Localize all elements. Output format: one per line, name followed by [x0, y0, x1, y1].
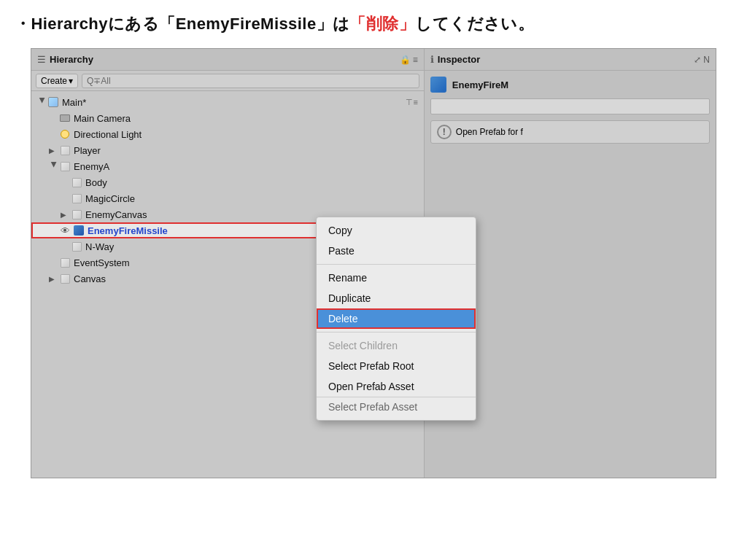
inspector-field-1	[430, 98, 710, 114]
eye-icon: 👁	[61, 225, 70, 236]
canvas-label: Canvas	[74, 273, 106, 284]
main-menu-icon: ⊤≡	[406, 98, 417, 107]
hierarchy-panel-icons: 🔒 ≡	[400, 55, 418, 65]
arrow-canvas: ▶	[49, 275, 59, 283]
body-icon	[71, 176, 82, 188]
hierarchy-title: Hierarchy	[50, 54, 93, 65]
arrow-enemy-canvas: ▶	[61, 211, 71, 219]
tree-item-enemyA[interactable]: ▶ EnemyA	[31, 158, 424, 174]
player-icon	[59, 144, 71, 156]
tree-item-player[interactable]: ▶ Player	[31, 142, 424, 158]
directional-light-label: Directional Light	[74, 129, 142, 140]
create-label: Create	[41, 76, 67, 86]
inspector-title-row: ℹ Inspector	[430, 54, 481, 65]
tree-item-directional-light[interactable]: Directional Light	[31, 126, 424, 142]
context-menu-copy[interactable]: Copy	[317, 220, 476, 241]
context-menu-delete[interactable]: Delete	[317, 308, 476, 329]
menu-icon: ≡	[413, 55, 418, 65]
context-menu-paste[interactable]: Paste	[317, 241, 476, 261]
magic-circle-icon	[71, 192, 82, 204]
lock-icon: 🔒	[400, 55, 411, 65]
scene-icon	[47, 96, 59, 108]
create-button[interactable]: Create ▾	[36, 74, 78, 88]
arrow-player: ▶	[49, 147, 59, 155]
context-menu: Copy Paste Rename Duplicate Delete Selec…	[316, 217, 476, 421]
enemyA-icon	[59, 160, 71, 172]
create-dropdown-icon: ▾	[69, 76, 73, 86]
enemy-canvas-label: EnemyCanvas	[85, 209, 147, 220]
light-icon	[59, 128, 71, 140]
enemy-canvas-icon	[71, 209, 82, 220]
context-menu-rename[interactable]: Rename	[317, 268, 476, 288]
inspector-content: EnemyFireM ! Open Prefab for f	[425, 71, 716, 149]
inspector-header: ℹ Inspector ⤢ N	[425, 49, 716, 71]
inspector-object-icon	[430, 77, 446, 93]
enemy-fire-missile-label: EnemyFireMissile	[88, 225, 168, 236]
tree-item-magic-circle[interactable]: MagicCircle	[31, 190, 424, 206]
warning-icon: !	[437, 125, 452, 139]
open-prefab-label: Open Prefab for f	[456, 127, 523, 137]
inspector-menu-icon: N	[703, 55, 710, 65]
page-container: ・Hierarchyにある「EnemyFireMissile」は「削除」してくだ…	[0, 0, 747, 560]
body-label: Body	[85, 177, 107, 188]
search-placeholder: Q∓All	[87, 76, 111, 86]
camera-icon	[59, 112, 71, 124]
context-menu-open-prefab-asset[interactable]: Open Prefab Asset	[317, 376, 476, 397]
tree-item-main-camera[interactable]: Main Camera	[31, 110, 424, 126]
instruction-suffix: してください。	[415, 15, 534, 33]
context-menu-select-children: Select Children	[317, 335, 476, 356]
inspector-object-row: EnemyFireM	[430, 77, 710, 93]
hierarchy-list-icon: ☰	[37, 54, 46, 65]
screenshot-wrapper: ☰ Hierarchy 🔒 ≡ Create ▾ Q∓All	[31, 48, 716, 478]
hierarchy-toolbar: Create ▾ Q∓All	[31, 71, 424, 91]
event-system-icon	[59, 257, 71, 268]
enemyA-label: EnemyA	[74, 161, 109, 172]
context-menu-select-prefab-root[interactable]: Select Prefab Root	[317, 356, 476, 376]
inspector-list-icon: ℹ	[430, 54, 434, 65]
instruction-prefix: ・Hierarchyにある「EnemyFireMissile」は	[15, 15, 349, 33]
player-label: Player	[74, 145, 101, 156]
hierarchy-header: ☰ Hierarchy 🔒 ≡	[31, 49, 424, 71]
n-way-label: N-Way	[85, 241, 114, 252]
magic-circle-label: MagicCircle	[85, 193, 135, 204]
hierarchy-header-left: ☰ Hierarchy	[37, 54, 93, 65]
arrow-enemyA: ▶	[50, 161, 58, 171]
inspector-expand-icon: ⤢	[694, 55, 701, 65]
main-label: Main*	[62, 97, 86, 108]
context-menu-sep2	[317, 332, 476, 332]
context-menu-select-prefab-asset[interactable]: Select Prefab Asset	[317, 397, 476, 417]
context-menu-duplicate[interactable]: Duplicate	[317, 288, 476, 308]
tree-item-main[interactable]: ▶ Main* ⊤≡	[31, 94, 424, 110]
n-way-icon	[71, 241, 82, 252]
tree-item-body[interactable]: Body	[31, 174, 424, 190]
instruction-highlight: 「削除」	[349, 15, 415, 33]
arrow-main: ▶	[39, 97, 47, 107]
instruction-text: ・Hierarchyにある「EnemyFireMissile」は「削除」してくだ…	[15, 13, 732, 35]
canvas-icon	[59, 273, 71, 284]
open-prefab-button[interactable]: ! Open Prefab for f	[430, 120, 710, 144]
context-menu-sep1	[317, 264, 476, 265]
inspector-object-name: EnemyFireM	[452, 79, 508, 90]
event-system-label: EventSystem	[74, 257, 130, 268]
inspector-title: Inspector	[438, 54, 481, 65]
inspector-panel-icons: ⤢ N	[694, 55, 710, 65]
search-box[interactable]: Q∓All	[82, 74, 419, 88]
main-camera-label: Main Camera	[74, 113, 131, 124]
enemy-fire-missile-icon	[73, 225, 85, 236]
